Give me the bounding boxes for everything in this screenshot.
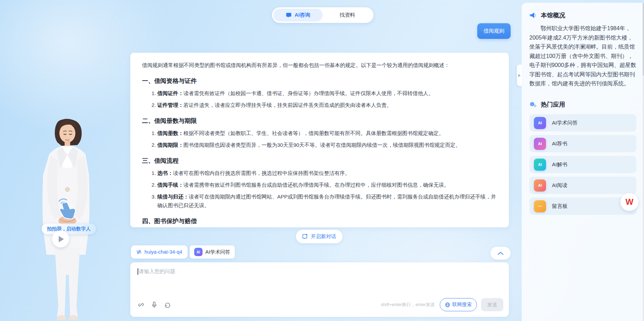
answer-list-item: 证件管理：若证件遗失，读者应立即办理挂失手续，挂失前因证件丢失而造成的损失由读者… — [157, 101, 497, 109]
tab-find-material[interactable]: 找资料 — [323, 9, 372, 22]
model-name: huiya-chat-34-q4 — [145, 249, 182, 255]
gears-icon — [529, 101, 537, 108]
chat-bubble-icon — [286, 12, 292, 18]
play-icon — [59, 236, 64, 242]
mode-switch: AI咨询 找资料 — [272, 7, 373, 23]
new-chat-label: 开启新对话 — [311, 233, 336, 240]
item-label: 借阅册数： — [157, 130, 183, 136]
collapse-composer-button[interactable] — [490, 247, 511, 260]
new-chat-button[interactable]: 开启新对话 — [296, 230, 342, 243]
answer-list: 借阅册数：根据不同读者类型（如教职工、学生、社会读者等），借阅册数可能有所不同。… — [142, 129, 497, 149]
item-label: 借阅期限： — [157, 142, 183, 148]
ai-explain-book-icon: AI — [534, 159, 546, 171]
answer-section-title: 二、借阅册数与期限 — [142, 116, 497, 126]
composer-input[interactable]: 请输入您的问题 — [138, 268, 175, 275]
composer-toolbar: shift+enter换行，enter发送 联网搜索 发送 — [138, 298, 503, 312]
answer-list-item: 借阅证件：读者需凭有效证件（如校园一卡通、借书证、身份证等）办理借阅手续。证件仅… — [157, 89, 497, 98]
attach-link-icon[interactable] — [138, 301, 145, 308]
app-item-ai-recommend[interactable]: AI AI荐书 — [529, 135, 636, 152]
active-app-label: AI学术问答 — [205, 249, 230, 255]
reset-context-icon[interactable] — [164, 301, 171, 308]
library-overview-header: 本馆概况 — [529, 11, 636, 19]
answer-list-item: 借阅手续：读者需携带有效证件到图书馆服务台或自助借还机办理借阅手续。在办理过程中… — [157, 180, 497, 189]
hot-apps-header: 热门应用 — [529, 100, 636, 109]
app-item-label: AI阅读 — [552, 182, 567, 189]
microphone-icon[interactable] — [151, 301, 158, 308]
sidebar-scrollbar[interactable] — [643, 3, 644, 321]
ai-reading-icon: AI — [534, 179, 546, 192]
item-label: 借阅手续： — [157, 182, 183, 188]
item-label: 选书： — [157, 170, 173, 176]
answer-list: 选书：读者可在图书馆内自行挑选所需图书，挑选过程中应保持图书架位整洁有序。 借阅… — [142, 169, 497, 210]
model-selector-chip[interactable]: huiya-chat-34-q4 — [131, 245, 188, 259]
start-digital-human-tooltip[interactable]: 拍拍我，启动数字人 — [42, 223, 96, 234]
answer-section-title: 三、借阅流程 — [142, 156, 497, 166]
item-text: 读者可在借阅期限内通过图书馆网站、APP或到图书馆服务台办理续借手续。归还图书时… — [157, 194, 496, 208]
scrollbar-thumb[interactable] — [643, 3, 644, 76]
wps-floating-badge[interactable]: W — [620, 193, 638, 211]
globe-icon — [445, 302, 450, 307]
web-search-toggle[interactable]: 联网搜索 — [440, 298, 477, 311]
library-overview-text: 鄂州职业大学图书馆始建于1984年，2005年建成2.4万平方米的新图书馆大楼，… — [529, 24, 636, 92]
answer-list: 借阅证件：读者需凭有效证件（如校园一卡通、借书证、身份证等）办理借阅手续。证件仅… — [142, 89, 497, 109]
app-window: AI咨询 找资料 借阅规则 借阅规则通常根据不同类型的图书馆或借阅机构而有所差异… — [0, 0, 644, 321]
megaphone-icon — [529, 12, 537, 19]
message-board-icon: ⋯ — [534, 200, 546, 212]
item-text: 读者需携带有效证件到图书馆服务台或自助借还机办理借阅手续。在办理过程中，应仔细核… — [183, 182, 449, 188]
answer-list-item: 借阅期限：图书借阅期限也因读者类型而异，一般为30天至90天不等。读者可在借阅期… — [157, 141, 497, 149]
item-label: 续借与归还： — [157, 194, 189, 200]
app-item-label: AI荐书 — [552, 141, 567, 147]
web-search-label: 联网搜索 — [452, 302, 472, 308]
tab-ai-consult-label: AI咨询 — [295, 12, 310, 18]
tab-find-material-label: 找资料 — [340, 12, 355, 18]
active-app-chip[interactable]: AI AI学术问答 — [190, 245, 235, 259]
app-item-ai-explain[interactable]: AI AI解书 — [529, 156, 636, 173]
sidebar-collapse-handle[interactable]: ▶ — [517, 65, 522, 86]
text-caret — [138, 268, 138, 275]
item-label: 证件管理： — [157, 102, 183, 108]
answer-list-item: 选书：读者可在图书馆内自行挑选所需图书，挑选过程中应保持图书架位整洁有序。 — [157, 169, 497, 177]
item-label: 借阅证件： — [157, 90, 183, 96]
item-text: 读者需凭有效证件（如校园一卡通、借书证、身份证等）办理借阅手续。证件仅限本人使用… — [183, 90, 434, 96]
right-sidebar: ▶ 本馆概况 鄂州职业大学图书馆始建于1984年，2005年建成2.4万平方米的… — [522, 3, 644, 321]
message-composer[interactable]: 请输入您的问题 shift+enter换行，enter发送 — [130, 262, 509, 317]
app-item-ai-qa[interactable]: AI AI学术问答 — [529, 114, 636, 132]
composer-tools — [138, 301, 171, 308]
answer-list-item: 续借与归还：读者可在借阅期限内通过图书馆网站、APP或到图书馆服务台办理续借手续… — [157, 192, 497, 210]
app-item-label: AI解书 — [552, 161, 567, 168]
keyboard-hint: shift+enter换行，enter发送 — [381, 302, 435, 308]
item-text: 读者可在图书馆内自行挑选所需图书，挑选过程中应保持图书架位整洁有序。 — [173, 170, 350, 176]
sidebar-content: 本馆概况 鄂州职业大学图书馆始建于1984年，2005年建成2.4万平方米的新图… — [522, 3, 644, 215]
assistant-answer-card: 借阅规则通常根据不同类型的图书馆或借阅机构而有所差异，但一般都会包括一些基本的规… — [130, 53, 509, 227]
library-overview-title: 本馆概况 — [541, 11, 565, 19]
answer-section-title: 一、借阅资格与证件 — [142, 76, 497, 86]
swap-arrows-icon — [136, 250, 142, 254]
tap-hand-icon — [56, 196, 76, 221]
ai-app-icon: AI — [194, 248, 203, 256]
ai-recommend-icon: AI — [534, 138, 546, 150]
play-button[interactable] — [52, 230, 69, 247]
composer-placeholder: 请输入您的问题 — [139, 268, 175, 275]
user-message-bubble: 借阅规则 — [477, 23, 511, 39]
send-button[interactable]: 发送 — [481, 298, 503, 311]
answer-intro: 借阅规则通常根据不同类型的图书馆或借阅机构而有所差异，但一般都会包括一些基本的规… — [142, 61, 497, 69]
app-item-ai-reading[interactable]: AI AI阅读 — [529, 177, 636, 194]
item-text: 根据不同读者类型（如教职工、学生、社会读者等），借阅册数可能有所不同。具体册数需… — [183, 130, 444, 136]
tab-ai-consult[interactable]: AI咨询 — [273, 9, 323, 22]
app-item-label: 留言板 — [552, 203, 568, 210]
chevron-up-icon — [497, 252, 504, 255]
ai-qa-icon: AI — [534, 117, 546, 129]
hot-apps-title: 热门应用 — [541, 100, 565, 109]
app-item-label: AI学术问答 — [552, 120, 578, 126]
item-text: 图书借阅期限也因读者类型而异，一般为30天至90天不等。读者可在借阅期限内续借一… — [183, 142, 461, 148]
answer-list-item: 借阅册数：根据不同读者类型（如教职工、学生、社会读者等），借阅册数可能有所不同。… — [157, 129, 497, 137]
answer-section-title: 四、图书保护与赔偿 — [142, 217, 497, 226]
new-chat-icon — [302, 234, 308, 239]
item-text: 若证件遗失，读者应立即办理挂失手续，挂失前因证件丢失而造成的损失由读者本人负责。 — [183, 102, 392, 108]
